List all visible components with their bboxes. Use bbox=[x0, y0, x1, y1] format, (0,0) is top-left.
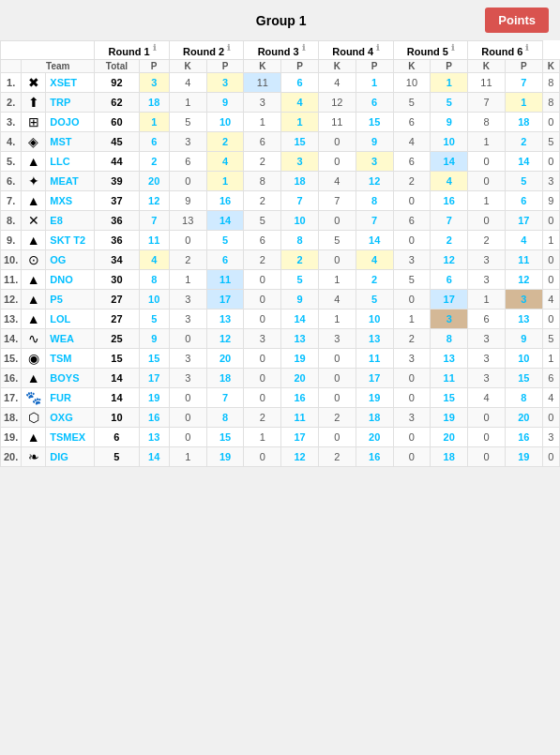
round3-p-cell: 5 bbox=[281, 269, 319, 289]
rank-cell: 7. bbox=[1, 190, 22, 210]
round4-k-cell: 2 bbox=[393, 171, 431, 190]
round6-p-cell: 3 bbox=[505, 289, 542, 309]
table-row: 14.∿WEA25901231331328395 bbox=[1, 328, 560, 348]
round6-header: Round 6 ℹ bbox=[468, 41, 543, 60]
team-name: TRP bbox=[46, 92, 95, 112]
table-row: 11.▲DNO3081110512563120 bbox=[1, 269, 560, 289]
team-logo: ⬆ bbox=[22, 92, 46, 112]
team-name: BOYS bbox=[46, 368, 95, 387]
team-subheader: Team bbox=[22, 59, 95, 72]
round5-p-cell: 11 bbox=[431, 368, 468, 387]
round6-p-cell: 1 bbox=[505, 92, 542, 112]
round3-k-cell: 0 bbox=[318, 210, 356, 230]
team-name: OXG bbox=[46, 407, 95, 427]
round3-p-cell: 8 bbox=[281, 230, 319, 249]
table-row: 20.❧DIG5141190122160180190 bbox=[1, 446, 560, 466]
round6-k-cell: 6 bbox=[542, 368, 559, 387]
round5-p-cell: 6 bbox=[431, 269, 468, 289]
round2-k-cell: 2 bbox=[244, 407, 281, 427]
round4-p-cell: 2 bbox=[356, 269, 393, 289]
r6p-subheader: P bbox=[505, 59, 542, 72]
team-name: SKT T2 bbox=[46, 230, 95, 249]
round2-k-cell: 1 bbox=[244, 427, 281, 446]
round4-k-cell: 0 bbox=[393, 289, 431, 309]
table-row: 5.▲LLC4426423036140140 bbox=[1, 151, 560, 171]
round6-k-cell: 0 bbox=[542, 210, 559, 230]
total-cell: 10 bbox=[95, 407, 139, 427]
round4-p-cell: 18 bbox=[356, 407, 393, 427]
round5-p-cell: 10 bbox=[431, 131, 468, 151]
total-cell: 37 bbox=[95, 190, 139, 210]
points-button[interactable]: Points bbox=[485, 8, 549, 33]
round3-p-cell: 2 bbox=[281, 249, 319, 269]
round3-k-cell: 7 bbox=[318, 190, 356, 210]
page-header: Group 1 Points bbox=[0, 0, 560, 40]
total-cell: 6 bbox=[95, 427, 139, 446]
round4-p-cell: 6 bbox=[356, 92, 393, 112]
round6-k-cell: 0 bbox=[542, 446, 559, 466]
r1p-subheader: P bbox=[139, 59, 169, 72]
round2-p-cell: 3 bbox=[206, 72, 244, 92]
total-cell: 5 bbox=[95, 446, 139, 466]
total-cell: 25 bbox=[95, 328, 139, 348]
rank-cell: 16. bbox=[1, 368, 22, 387]
round5-p-cell: 19 bbox=[431, 407, 468, 427]
table-row: 2.⬆TRP6218193412655718 bbox=[1, 92, 560, 112]
round2-p-cell: 6 bbox=[206, 249, 244, 269]
round3-p-cell: 14 bbox=[281, 309, 319, 328]
round2-k-cell: 2 bbox=[244, 249, 281, 269]
sub-header-row: Team Total P K P K P K P K P K P K bbox=[1, 59, 560, 72]
round1-k-cell: 0 bbox=[169, 387, 206, 407]
round4-k-cell: 3 bbox=[393, 348, 431, 368]
total-cell: 39 bbox=[95, 171, 139, 190]
rank-cell: 17. bbox=[1, 387, 22, 407]
round3-p-cell: 10 bbox=[281, 210, 319, 230]
team-logo: ∿ bbox=[22, 328, 46, 348]
round2-p-cell: 15 bbox=[206, 427, 244, 446]
round5-p-cell: 5 bbox=[431, 92, 468, 112]
round3-k-cell: 0 bbox=[318, 131, 356, 151]
total-cell: 92 bbox=[95, 72, 139, 92]
team-logo: ◈ bbox=[22, 131, 46, 151]
round4-p-cell: 5 bbox=[356, 289, 393, 309]
round4-k-cell: 10 bbox=[393, 72, 431, 92]
table-row: 12.▲P527103170945017134 bbox=[1, 289, 560, 309]
team-name: OG bbox=[46, 249, 95, 269]
round1-p-cell: 4 bbox=[139, 249, 169, 269]
table-row: 4.◈MST4563261509410125 bbox=[1, 131, 560, 151]
r3p-subheader: P bbox=[281, 59, 319, 72]
round6-k-cell: 8 bbox=[542, 92, 559, 112]
round2-p-cell: 7 bbox=[206, 387, 244, 407]
round-header-row: Round 1 ℹ Round 2 ℹ Round 3 ℹ Round 4 ℹ … bbox=[1, 41, 560, 60]
total-cell: 15 bbox=[95, 348, 139, 368]
round1-k-cell: 5 bbox=[169, 112, 206, 131]
round5-p-cell: 20 bbox=[431, 427, 468, 446]
team-name: LLC bbox=[46, 151, 95, 171]
round1-k-cell: 3 bbox=[169, 131, 206, 151]
round6-p-cell: 9 bbox=[505, 328, 542, 348]
round3-k-cell: 4 bbox=[318, 171, 356, 190]
round2-k-cell: 6 bbox=[244, 230, 281, 249]
rank-cell: 9. bbox=[1, 230, 22, 249]
total-cell: 27 bbox=[95, 309, 139, 328]
round5-k-cell: 0 bbox=[468, 171, 506, 190]
team-name: P5 bbox=[46, 289, 95, 309]
round5-k-cell: 6 bbox=[468, 309, 506, 328]
round2-p-cell: 10 bbox=[206, 112, 244, 131]
total-cell: 30 bbox=[95, 269, 139, 289]
round4-p-cell: 20 bbox=[356, 427, 393, 446]
round2-p-cell: 18 bbox=[206, 368, 244, 387]
round4-k-cell: 0 bbox=[393, 387, 431, 407]
round5-k-cell: 2 bbox=[468, 230, 506, 249]
rank-cell: 8. bbox=[1, 210, 22, 230]
round4-k-cell: 6 bbox=[393, 210, 431, 230]
round3-k-cell: 0 bbox=[318, 151, 356, 171]
round4-k-cell: 6 bbox=[393, 112, 431, 131]
round1-p-cell: 12 bbox=[139, 190, 169, 210]
round6-k-cell: 0 bbox=[542, 269, 559, 289]
round2-p-cell: 9 bbox=[206, 92, 244, 112]
round5-p-cell: 17 bbox=[431, 289, 468, 309]
round5-k-cell: 0 bbox=[468, 210, 506, 230]
round2-p-cell: 12 bbox=[206, 328, 244, 348]
round6-p-cell: 13 bbox=[505, 309, 542, 328]
